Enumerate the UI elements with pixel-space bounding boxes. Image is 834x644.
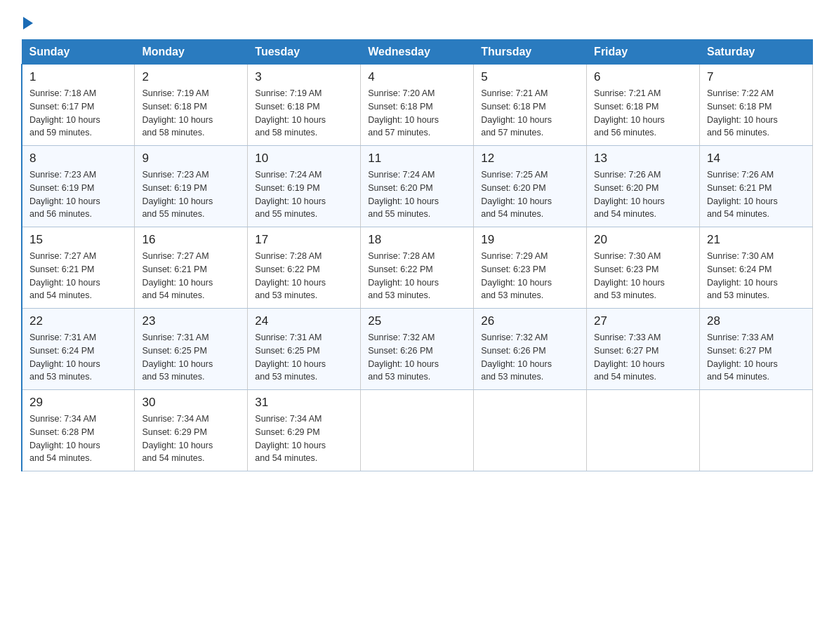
table-row: 15Sunrise: 7:27 AMSunset: 6:21 PMDayligh…: [22, 227, 135, 309]
sunset-text: Sunset: 6:20 PM: [594, 182, 692, 195]
sunset-text: Sunset: 6:19 PM: [29, 182, 127, 195]
day-info: Sunrise: 7:26 AMSunset: 6:21 PMDaylight:…: [707, 168, 805, 221]
day-info: Sunrise: 7:27 AMSunset: 6:21 PMDaylight:…: [142, 250, 240, 302]
sunset-text: Sunset: 6:26 PM: [481, 344, 579, 358]
header-wednesday: Wednesday: [361, 40, 474, 65]
day-info: Sunrise: 7:21 AMSunset: 6:18 PMDaylight:…: [481, 87, 579, 140]
sunset-text: Sunset: 6:29 PM: [255, 426, 353, 439]
daylight-minutes: and 55 minutes.: [368, 208, 466, 221]
day-info: Sunrise: 7:24 AMSunset: 6:19 PMDaylight:…: [255, 168, 353, 221]
day-info: Sunrise: 7:29 AMSunset: 6:23 PMDaylight:…: [481, 250, 579, 302]
day-number: 3: [255, 70, 353, 84]
daylight-minutes: and 58 minutes.: [142, 126, 240, 140]
daylight-text: Daylight: 10 hours: [368, 276, 466, 290]
sunset-text: Sunset: 6:19 PM: [142, 182, 240, 195]
header-friday: Friday: [587, 40, 700, 65]
daylight-minutes: and 54 minutes.: [142, 452, 240, 465]
table-row: 26Sunrise: 7:32 AMSunset: 6:26 PMDayligh…: [474, 309, 587, 390]
table-row: 2Sunrise: 7:19 AMSunset: 6:18 PMDaylight…: [135, 65, 248, 146]
daylight-text: Daylight: 10 hours: [142, 195, 240, 208]
daylight-text: Daylight: 10 hours: [29, 439, 127, 452]
day-number: 17: [255, 233, 353, 247]
day-info: Sunrise: 7:30 AMSunset: 6:23 PMDaylight:…: [594, 250, 692, 302]
sunset-text: Sunset: 6:18 PM: [481, 100, 579, 114]
daylight-minutes: and 53 minutes.: [481, 370, 579, 384]
sunrise-text: Sunrise: 7:22 AM: [707, 87, 805, 100]
sunrise-text: Sunrise: 7:33 AM: [594, 331, 692, 344]
day-info: Sunrise: 7:22 AMSunset: 6:18 PMDaylight:…: [707, 87, 805, 140]
daylight-text: Daylight: 10 hours: [142, 276, 240, 290]
calendar-header-row: Sunday Monday Tuesday Wednesday Thursday…: [22, 40, 813, 65]
table-row: 3Sunrise: 7:19 AMSunset: 6:18 PMDaylight…: [248, 65, 361, 146]
day-info: Sunrise: 7:27 AMSunset: 6:21 PMDaylight:…: [29, 250, 127, 302]
sunrise-text: Sunrise: 7:21 AM: [594, 87, 692, 100]
sunrise-text: Sunrise: 7:28 AM: [255, 250, 353, 263]
header-thursday: Thursday: [474, 40, 587, 65]
table-row: [361, 390, 474, 471]
day-number: 4: [368, 70, 466, 84]
table-row: 10Sunrise: 7:24 AMSunset: 6:19 PMDayligh…: [248, 146, 361, 227]
sunset-text: Sunset: 6:22 PM: [255, 263, 353, 276]
day-number: 5: [481, 70, 579, 84]
day-info: Sunrise: 7:26 AMSunset: 6:20 PMDaylight:…: [594, 168, 692, 221]
day-number: 22: [29, 314, 127, 328]
daylight-minutes: and 53 minutes.: [594, 289, 692, 302]
daylight-minutes: and 58 minutes.: [255, 126, 353, 140]
day-info: Sunrise: 7:31 AMSunset: 6:24 PMDaylight:…: [29, 331, 127, 384]
daylight-text: Daylight: 10 hours: [29, 114, 127, 127]
table-row: 1Sunrise: 7:18 AMSunset: 6:17 PMDaylight…: [22, 65, 135, 146]
sunset-text: Sunset: 6:18 PM: [707, 100, 805, 114]
sunrise-text: Sunrise: 7:34 AM: [255, 412, 353, 426]
sunrise-text: Sunrise: 7:29 AM: [481, 250, 579, 263]
sunset-text: Sunset: 6:27 PM: [707, 344, 805, 358]
day-info: Sunrise: 7:28 AMSunset: 6:22 PMDaylight:…: [368, 250, 466, 302]
logo: [21, 14, 33, 27]
day-info: Sunrise: 7:23 AMSunset: 6:19 PMDaylight:…: [142, 168, 240, 221]
table-row: 13Sunrise: 7:26 AMSunset: 6:20 PMDayligh…: [587, 146, 700, 227]
sunrise-text: Sunrise: 7:34 AM: [142, 412, 240, 426]
day-info: Sunrise: 7:34 AMSunset: 6:28 PMDaylight:…: [29, 412, 127, 465]
header-tuesday: Tuesday: [248, 40, 361, 65]
daylight-minutes: and 53 minutes.: [481, 289, 579, 302]
daylight-minutes: and 54 minutes.: [142, 289, 240, 302]
daylight-minutes: and 54 minutes.: [594, 370, 692, 384]
day-number: 10: [255, 152, 353, 166]
sunset-text: Sunset: 6:18 PM: [368, 100, 466, 114]
daylight-minutes: and 54 minutes.: [255, 452, 353, 465]
table-row: 6Sunrise: 7:21 AMSunset: 6:18 PMDaylight…: [587, 65, 700, 146]
calendar-week-row: 22Sunrise: 7:31 AMSunset: 6:24 PMDayligh…: [22, 309, 813, 390]
header-sunday: Sunday: [22, 40, 135, 65]
day-number: 26: [481, 314, 579, 328]
day-number: 25: [368, 314, 466, 328]
table-row: 20Sunrise: 7:30 AMSunset: 6:23 PMDayligh…: [587, 227, 700, 309]
daylight-text: Daylight: 10 hours: [142, 358, 240, 371]
daylight-text: Daylight: 10 hours: [594, 276, 692, 290]
daylight-text: Daylight: 10 hours: [481, 195, 579, 208]
day-info: Sunrise: 7:21 AMSunset: 6:18 PMDaylight:…: [594, 87, 692, 140]
calendar-week-row: 15Sunrise: 7:27 AMSunset: 6:21 PMDayligh…: [22, 227, 813, 309]
table-row: 16Sunrise: 7:27 AMSunset: 6:21 PMDayligh…: [135, 227, 248, 309]
daylight-text: Daylight: 10 hours: [707, 114, 805, 127]
daylight-text: Daylight: 10 hours: [707, 195, 805, 208]
sunrise-text: Sunrise: 7:27 AM: [29, 250, 127, 263]
day-info: Sunrise: 7:33 AMSunset: 6:27 PMDaylight:…: [707, 331, 805, 384]
page-header: [21, 14, 813, 27]
daylight-minutes: and 59 minutes.: [29, 126, 127, 140]
daylight-text: Daylight: 10 hours: [255, 439, 353, 452]
header-monday: Monday: [135, 40, 248, 65]
daylight-minutes: and 54 minutes.: [707, 370, 805, 384]
daylight-text: Daylight: 10 hours: [142, 114, 240, 127]
daylight-text: Daylight: 10 hours: [368, 195, 466, 208]
sunrise-text: Sunrise: 7:32 AM: [481, 331, 579, 344]
day-number: 31: [255, 396, 353, 410]
sunrise-text: Sunrise: 7:19 AM: [255, 87, 353, 100]
daylight-text: Daylight: 10 hours: [255, 358, 353, 371]
sunrise-text: Sunrise: 7:34 AM: [29, 412, 127, 426]
table-row: [700, 390, 813, 471]
sunset-text: Sunset: 6:17 PM: [29, 100, 127, 114]
table-row: 9Sunrise: 7:23 AMSunset: 6:19 PMDaylight…: [135, 146, 248, 227]
table-row: 17Sunrise: 7:28 AMSunset: 6:22 PMDayligh…: [248, 227, 361, 309]
sunset-text: Sunset: 6:19 PM: [255, 182, 353, 195]
daylight-minutes: and 55 minutes.: [255, 208, 353, 221]
table-row: 7Sunrise: 7:22 AMSunset: 6:18 PMDaylight…: [700, 65, 813, 146]
